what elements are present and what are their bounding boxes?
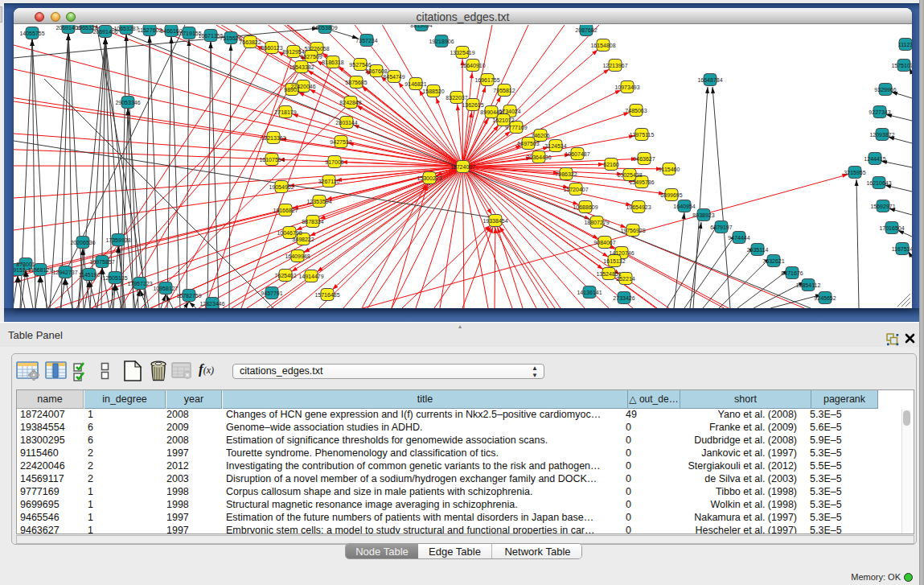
svg-text:19654923: 19654923	[626, 204, 651, 210]
svg-text:16409948: 16409948	[285, 253, 310, 259]
svg-text:1244415: 1244415	[864, 156, 885, 162]
svg-text:917006: 917006	[325, 159, 343, 165]
svg-text:8660123: 8660123	[261, 45, 282, 51]
svg-text:10688609: 10688609	[573, 204, 598, 210]
svg-text:2087682: 2087682	[575, 27, 597, 33]
svg-text:19338454: 19338454	[483, 218, 507, 224]
svg-text:16053809: 16053809	[312, 25, 337, 31]
svg-text:1640954: 1640954	[673, 204, 695, 209]
svg-text:15692971: 15692971	[870, 204, 895, 209]
svg-text:15495786: 15495786	[629, 179, 654, 185]
svg-text:8242848: 8242848	[339, 100, 361, 105]
svg-text:2803144: 2803144	[335, 120, 357, 126]
svg-text:8938923: 8938923	[692, 212, 714, 218]
svg-text:6899695: 6899695	[660, 192, 682, 198]
svg-text:7663822: 7663822	[239, 39, 261, 45]
svg-text:1167534: 1167534	[892, 246, 912, 252]
svg-text:10854112: 10854112	[796, 282, 821, 288]
svg-text:16640910: 16640910	[460, 63, 485, 68]
svg-text:3124534: 3124534	[544, 143, 566, 149]
svg-text:10046798: 10046798	[277, 230, 302, 236]
svg-text:12353594: 12353594	[306, 199, 331, 204]
svg-text:12213363: 12213363	[261, 135, 285, 141]
svg-text:62160: 62160	[603, 162, 619, 167]
svg-text:1145190: 1145190	[79, 272, 101, 278]
svg-text:8186318: 8186318	[322, 60, 343, 65]
svg-text:19218906: 19218906	[429, 39, 454, 44]
svg-text:14914479: 14914479	[298, 274, 323, 279]
svg-text:7955812: 7955812	[493, 88, 515, 93]
svg-text:10975857: 10975857	[89, 259, 114, 265]
svg-text:7986322: 7986322	[555, 171, 577, 177]
svg-text:12505135: 12505135	[102, 275, 127, 281]
svg-text:14055755: 14055755	[19, 31, 44, 36]
svg-text:14120746: 14120746	[609, 250, 634, 256]
svg-text:16107554: 16107554	[259, 157, 284, 163]
svg-text:13975115: 13975115	[630, 132, 655, 138]
svg-text:20364436: 20364436	[526, 154, 551, 160]
svg-text:11123: 11123	[898, 42, 912, 47]
svg-text:1615132: 1615132	[603, 258, 625, 264]
svg-text:9527546: 9527546	[349, 62, 371, 68]
svg-text:12093872: 12093872	[869, 132, 894, 138]
svg-text:12823446: 12823446	[199, 301, 224, 307]
svg-text:9327509: 9327509	[300, 54, 322, 60]
svg-text:19054962: 19054962	[269, 184, 294, 190]
svg-text:9427512: 9427512	[330, 139, 351, 145]
svg-text:39151: 39151	[14, 267, 26, 273]
svg-text:16961755: 16961755	[474, 77, 499, 83]
svg-text:16210643: 16210643	[866, 180, 891, 186]
svg-text:20206536: 20206536	[70, 240, 95, 245]
svg-text:9474444: 9474444	[728, 235, 749, 241]
svg-text:98901: 98901	[284, 87, 300, 93]
svg-text:19166827: 19166827	[273, 208, 298, 213]
svg-text:10607487: 10607487	[565, 151, 589, 157]
svg-text:1588520: 1588520	[422, 89, 444, 94]
svg-text:10958127: 10958127	[153, 286, 178, 291]
svg-text:9084067: 9084067	[593, 240, 615, 245]
svg-text:1621072: 1621072	[492, 117, 514, 123]
svg-text:7625402: 7625402	[274, 273, 296, 278]
svg-text:15751074: 15751074	[891, 63, 912, 68]
svg-text:16154808: 16154808	[590, 43, 615, 48]
svg-text:12942737: 12942737	[52, 270, 77, 275]
svg-text:10973493: 10973493	[614, 84, 639, 90]
svg-text:7357234: 7357234	[355, 38, 377, 43]
svg-text:1362615: 1362615	[462, 102, 483, 108]
svg-text:16782759: 16782759	[176, 293, 201, 299]
svg-text:8454749: 8454749	[383, 74, 405, 80]
svg-text:2935114: 2935114	[747, 247, 769, 253]
svg-text:18807279: 18807279	[584, 220, 609, 225]
svg-text:11527602: 11527602	[138, 27, 162, 33]
svg-text:2718179: 2718179	[274, 109, 296, 115]
svg-text:3215955: 3215955	[844, 170, 865, 175]
svg-text:18724007: 18724007	[450, 164, 475, 170]
svg-text:11568129: 11568129	[28, 267, 53, 273]
svg-text:15716485: 15716485	[314, 292, 339, 298]
svg-text:15720407: 15720407	[563, 187, 588, 192]
svg-text:15300273: 15300273	[417, 175, 441, 181]
svg-text:17016504: 17016504	[879, 225, 904, 231]
svg-text:8322037: 8322037	[446, 95, 467, 101]
svg-text:29053346: 29053346	[115, 100, 140, 105]
svg-text:17359938: 17359938	[105, 237, 130, 243]
svg-text:9457791: 9457791	[261, 290, 282, 296]
svg-text:8878334: 8878334	[302, 219, 323, 225]
svg-text:9146821: 9146821	[405, 81, 426, 87]
svg-text:9463627: 9463627	[633, 156, 655, 162]
svg-text:5875685: 5875685	[345, 80, 367, 85]
svg-text:16543382: 16543382	[289, 64, 314, 70]
svg-text:7632621: 7632621	[762, 258, 784, 264]
svg-text:6879197: 6879197	[710, 225, 732, 230]
svg-text:19756928: 19756928	[620, 228, 645, 233]
svg-text:9227343: 9227343	[869, 109, 890, 115]
svg-text:9329966: 9329966	[874, 87, 896, 93]
svg-text:2733426: 2733426	[613, 295, 634, 301]
svg-text:53226058: 53226058	[304, 46, 329, 51]
svg-text:8471676: 8471676	[781, 270, 803, 276]
svg-text:13325419: 13325419	[450, 50, 474, 56]
svg-text:9115460: 9115460	[659, 167, 680, 172]
svg-text:9777169: 9777169	[505, 125, 527, 130]
svg-text:9245652: 9245652	[814, 295, 836, 301]
svg-text:17957223: 17957223	[127, 281, 152, 286]
